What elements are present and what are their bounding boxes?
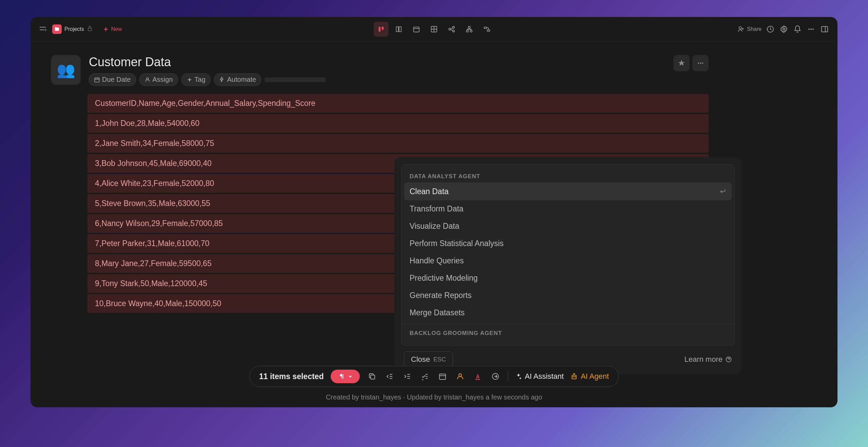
meta-buttons: Due Date Assign Tag Automate bbox=[89, 73, 817, 86]
ai-agent-label: AI Agent bbox=[581, 372, 609, 381]
view-hierarchy-icon[interactable] bbox=[462, 22, 477, 37]
more-icon[interactable] bbox=[806, 24, 816, 34]
view-columns-icon[interactable] bbox=[391, 22, 406, 37]
svg-rect-0 bbox=[88, 28, 92, 31]
svg-rect-22 bbox=[95, 78, 99, 82]
indent-icon[interactable] bbox=[402, 371, 413, 382]
svg-point-8 bbox=[453, 26, 455, 28]
view-share-icon[interactable] bbox=[444, 22, 459, 37]
ai-agent-button[interactable]: AI Agent bbox=[571, 372, 609, 381]
view-list-icon[interactable] bbox=[374, 22, 389, 37]
svg-point-34 bbox=[573, 376, 574, 377]
svg-rect-2 bbox=[382, 26, 384, 30]
view-table-icon[interactable] bbox=[427, 22, 441, 37]
svg-rect-13 bbox=[484, 27, 487, 29]
ai-divider bbox=[401, 324, 734, 324]
ai-section-header: DATA ANALYST AGENT bbox=[401, 170, 734, 183]
svg-rect-14 bbox=[487, 30, 490, 31]
ai-item-visualize[interactable]: Visualize Data bbox=[401, 218, 734, 235]
ai-item-label: Transform Data bbox=[410, 204, 463, 213]
ai-panel-footer: Close ESC Learn more bbox=[401, 346, 735, 368]
svg-rect-33 bbox=[572, 375, 576, 379]
ai-item-predictive[interactable]: Predictive Modeling bbox=[401, 269, 734, 287]
svg-rect-29 bbox=[439, 374, 446, 379]
panel-toggle-icon[interactable] bbox=[820, 24, 829, 34]
top-left: Projects New bbox=[39, 24, 122, 34]
assign-icon[interactable] bbox=[455, 371, 466, 382]
tag-button[interactable]: Tag bbox=[181, 73, 211, 86]
lock-icon bbox=[87, 25, 93, 33]
ai-item-label: Perform Statistical Analysis bbox=[410, 239, 504, 248]
help-icon bbox=[725, 356, 732, 363]
top-bar: Projects New bbox=[31, 17, 837, 41]
svg-point-23 bbox=[146, 78, 149, 80]
assign-button[interactable]: Assign bbox=[139, 73, 178, 86]
svg-point-15 bbox=[739, 26, 742, 29]
close-button[interactable]: Close ESC bbox=[404, 351, 453, 368]
svg-point-25 bbox=[700, 62, 701, 64]
svg-rect-10 bbox=[468, 26, 470, 28]
footer-text: Created by tristan_hayes · Updated by tr… bbox=[326, 393, 542, 401]
projects-breadcrumb[interactable]: Projects bbox=[52, 24, 93, 34]
date-icon[interactable] bbox=[437, 371, 448, 382]
learn-more-label: Learn more bbox=[684, 355, 723, 364]
settings-icon[interactable] bbox=[779, 24, 789, 34]
view-calendar-icon[interactable] bbox=[409, 22, 424, 37]
svg-rect-1 bbox=[379, 26, 381, 32]
page-header: 👥 Customer Data Due Date Assign Tag bbox=[51, 55, 817, 86]
menu-icon[interactable] bbox=[39, 24, 47, 34]
ai-item-transform[interactable]: Transform Data bbox=[401, 200, 734, 218]
svg-point-9 bbox=[453, 30, 455, 32]
svg-rect-31 bbox=[475, 379, 480, 380]
copy-icon[interactable] bbox=[367, 371, 377, 382]
app-window: Projects New bbox=[31, 17, 837, 407]
view-switcher bbox=[374, 22, 494, 37]
ai-agent-panel: DATA ANALYST AGENT Clean Data Transform … bbox=[393, 156, 743, 375]
new-label: New bbox=[111, 26, 122, 32]
view-flow-icon[interactable] bbox=[479, 22, 494, 37]
svg-point-35 bbox=[575, 376, 575, 377]
ai-assistant-button[interactable]: AI Assistant bbox=[515, 372, 564, 381]
ai-item-clean-data[interactable]: Clean Data bbox=[404, 183, 732, 200]
ai-item-merge[interactable]: Merge Datasets bbox=[401, 304, 734, 321]
svg-point-24 bbox=[698, 62, 699, 64]
svg-rect-12 bbox=[470, 30, 472, 32]
selection-toolbar: 11 items selected AI Assistant AI Agent bbox=[249, 366, 619, 387]
tag-label: Tag bbox=[195, 76, 205, 83]
projects-label: Projects bbox=[64, 26, 84, 32]
star-button[interactable] bbox=[673, 55, 690, 71]
svg-rect-5 bbox=[414, 27, 419, 32]
ai-item-reports[interactable]: Generate Reports bbox=[401, 287, 734, 304]
svg-point-19 bbox=[810, 29, 812, 30]
page-icon[interactable]: 👥 bbox=[51, 55, 81, 85]
data-row[interactable]: 2,Jane Smith,34,Female,58000,75 bbox=[87, 134, 709, 153]
svg-point-30 bbox=[459, 374, 461, 376]
svg-rect-11 bbox=[467, 30, 469, 32]
outdent-icon[interactable] bbox=[384, 371, 395, 382]
toolbar-divider bbox=[508, 371, 508, 382]
header-actions bbox=[673, 55, 709, 71]
share-button[interactable]: Share bbox=[737, 25, 762, 33]
paragraph-icon bbox=[337, 373, 344, 380]
chevron-down-icon bbox=[348, 374, 353, 379]
learn-more-link[interactable]: Learn more bbox=[684, 355, 732, 364]
due-date-label: Due Date bbox=[102, 76, 131, 83]
data-row[interactable]: 1,John Doe,28,Male,54000,60 bbox=[87, 114, 709, 133]
new-button[interactable]: New bbox=[102, 26, 122, 33]
checklist-icon[interactable] bbox=[419, 371, 430, 382]
ai-item-label: Generate Reports bbox=[410, 291, 472, 300]
due-date-button[interactable]: Due Date bbox=[89, 73, 136, 86]
automate-button[interactable]: Automate bbox=[214, 73, 261, 86]
ai-item-label: Predictive Modeling bbox=[410, 274, 478, 283]
svg-point-20 bbox=[812, 29, 814, 30]
text-color-icon[interactable] bbox=[472, 371, 483, 382]
ai-item-queries[interactable]: Handle Queries bbox=[401, 252, 734, 269]
format-dropdown[interactable] bbox=[331, 370, 360, 383]
ai-item-statistical[interactable]: Perform Statistical Analysis bbox=[401, 235, 734, 252]
page-more-button[interactable] bbox=[692, 55, 709, 71]
automate-label: Automate bbox=[227, 76, 256, 83]
history-icon[interactable] bbox=[766, 24, 775, 34]
data-row[interactable]: CustomerID,Name,Age,Gender,Annual_Salary… bbox=[87, 94, 709, 113]
notifications-icon[interactable] bbox=[793, 24, 802, 34]
link-icon[interactable] bbox=[490, 371, 501, 382]
